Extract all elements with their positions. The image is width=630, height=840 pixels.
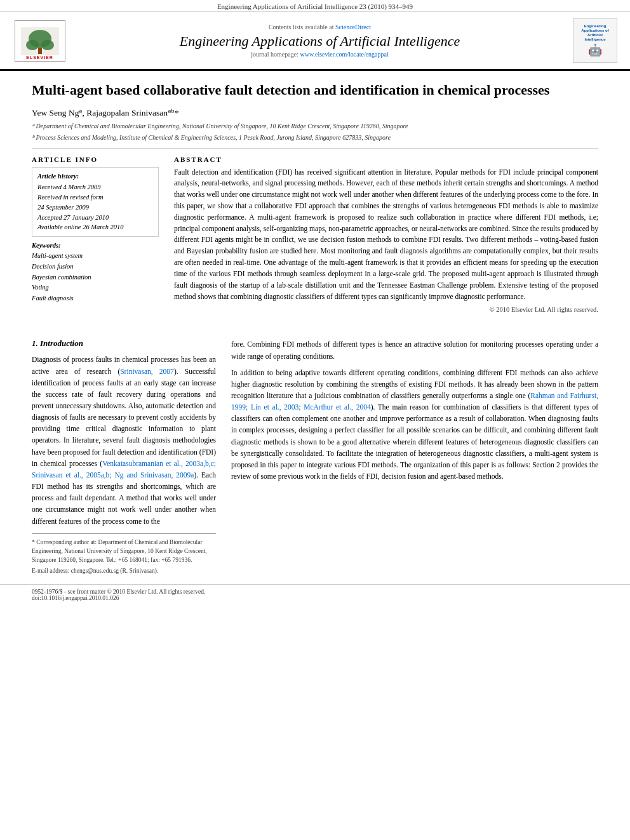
intro-heading: 1. Introduction: [32, 338, 216, 349]
citation-text: Engineering Applications of Artificial I…: [217, 3, 413, 10]
keyword-1: Multi-agent system: [32, 251, 159, 262]
article-info-abstract: ARTICLE INFO Article history: Received 4…: [32, 156, 598, 314]
intro-right-para1: fore. Combining FDI methods of different…: [231, 338, 598, 361]
contents-line: Contents lists available at ScienceDirec…: [73, 23, 566, 30]
svg-point-3: [41, 40, 54, 50]
journal-logo-right: EngineeringApplications ofArtificialInte…: [573, 18, 617, 63]
revised-date: 24 September 2009: [37, 204, 89, 211]
sciencedirect-link[interactable]: ScienceDirect: [335, 23, 371, 30]
affiliation-a: ᵃ Department of Chemical and Biomolecula…: [32, 122, 598, 131]
keyword-4: Voting: [32, 283, 159, 293]
body-section: 1. Introduction Diagnosis of process fau…: [0, 338, 630, 577]
keywords-section: Keywords: Multi-agent system Decision fu…: [32, 242, 159, 304]
elsevier-wordmark: ELSEVIER: [26, 55, 53, 60]
affiliation-b: ᵇ Process Sciences and Modeling, Institu…: [32, 133, 598, 142]
history-label: Article history:: [37, 171, 153, 182]
bottom-info: 0952-1976/$ - see front matter © 2010 El…: [0, 584, 630, 601]
intro-right-para2: In addition to being adaptive towards di…: [231, 367, 598, 483]
revised-label: Received in revised form: [37, 194, 104, 201]
footnotes: * Corresponding author at: Department of…: [32, 533, 216, 576]
paper-main: Multi-agent based collaborative fault de…: [0, 71, 630, 326]
article-info-col: ARTICLE INFO Article history: Received 4…: [32, 156, 159, 314]
ai-logo-icon: 🤖: [588, 43, 602, 57]
paper-title: Multi-agent based collaborative fault de…: [32, 81, 598, 100]
intro-left-para: Diagnosis of process faults in chemical …: [32, 354, 216, 526]
doi-line: doi:10.1016/j.engappai.2010.01.026: [32, 595, 598, 601]
abstract-title: ABSTRACT: [174, 156, 598, 163]
copyright: © 2010 Elsevier Ltd. All rights reserved…: [174, 306, 598, 313]
journal-citation: Engineering Applications of Artificial I…: [0, 0, 630, 12]
logo-title-text: EngineeringApplications ofArtificialInte…: [581, 24, 608, 43]
svg-rect-4: [38, 48, 42, 54]
keywords-title: Keywords:: [32, 242, 159, 249]
ref-srinivasan2007: Srinivasan, 2007: [120, 368, 174, 375]
footnote-email: E-mail address: chengs@nus.edu.sg (R. Sr…: [32, 566, 216, 575]
journal-title: Engineering Applications of Artificial I…: [73, 33, 566, 50]
available-date: Available online 26 March 2010: [37, 223, 124, 230]
keyword-3: Bayesian combination: [32, 272, 159, 283]
article-info-title: ARTICLE INFO: [32, 156, 159, 163]
body-right-col: fore. Combining FDI methods of different…: [231, 338, 598, 577]
elsevier-logo: ELSEVIER: [13, 18, 67, 63]
svg-point-2: [26, 40, 39, 50]
accepted-date: Accepted 27 January 2010: [37, 214, 109, 221]
journal-homepage: journal homepage: www.elsevier.com/locat…: [73, 51, 566, 58]
journal-center: Contents lists available at ScienceDirec…: [73, 23, 566, 58]
body-left-col: 1. Introduction Diagnosis of process fau…: [32, 338, 216, 577]
ref-rahman: Rahman and Fairhurst, 1999; Lin et al., …: [231, 392, 598, 411]
keyword-2: Decision fusion: [32, 262, 159, 272]
received-date: Received 4 March 2009: [37, 183, 101, 190]
abstract-col: ABSTRACT Fault detection and identificat…: [174, 156, 598, 314]
authors: Yew Seng Ngᵃ, Rajagopalan Srinivasanᵃᵇ*: [32, 107, 598, 118]
journal-header: ELSEVIER Contents lists available at Sci…: [0, 12, 630, 71]
homepage-link[interactable]: www.elsevier.com/locate/engappai: [300, 51, 388, 58]
keyword-5: Fault diagnosis: [32, 293, 159, 304]
ref-venkata: Venkatasubramanian et al., 2003a,b,c; Sr…: [32, 460, 216, 479]
article-history: Article history: Received 4 March 2009 R…: [32, 167, 159, 237]
divider: [32, 149, 598, 149]
footnote-corresponding: * Corresponding author at: Department of…: [32, 538, 216, 565]
abstract-text: Fault detection and identification (FDI)…: [174, 167, 598, 303]
issn-line: 0952-1976/$ - see front matter © 2010 El…: [32, 589, 598, 595]
